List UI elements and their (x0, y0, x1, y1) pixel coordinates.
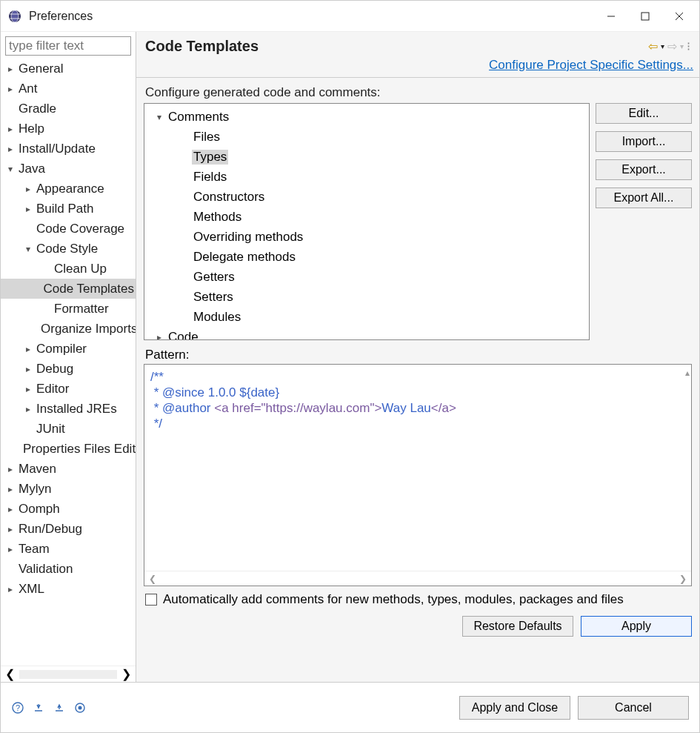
sidebar-item[interactable]: ▸XML (1, 579, 136, 599)
view-menu-icon[interactable]: ⁝ (687, 39, 690, 53)
close-button[interactable] (662, 1, 696, 31)
template-tree-item[interactable]: Getters (149, 267, 584, 287)
sidebar-item[interactable]: Gradle (1, 99, 136, 119)
chevron-right-icon[interactable]: ▸ (4, 544, 17, 554)
template-tree-item[interactable]: Overriding methods (149, 227, 584, 247)
chevron-right-icon[interactable]: ▸ (4, 84, 17, 94)
forward-icon[interactable]: ⇨ (667, 39, 677, 53)
sidebar-item[interactable]: Code Templates (1, 279, 136, 299)
edit-button[interactable]: Edit... (596, 103, 692, 124)
help-icon[interactable]: ? (11, 701, 24, 714)
chevron-right-icon[interactable]: ▸ (4, 64, 17, 74)
template-tree-item[interactable]: Constructors (149, 187, 584, 207)
chevron-right-icon[interactable]: ▸ (4, 484, 17, 494)
apply-and-close-button[interactable]: Apply and Close (459, 696, 570, 720)
sidebar-item[interactable]: ▸Maven (1, 459, 136, 479)
sidebar-item[interactable]: JUnit (1, 419, 136, 439)
scroll-right-icon[interactable]: ❯ (121, 667, 131, 681)
template-tree-item[interactable]: Files (149, 127, 584, 147)
chevron-right-icon[interactable]: ▸ (4, 144, 17, 154)
export-button[interactable]: Export... (596, 159, 692, 180)
chevron-right-icon[interactable]: ▸ (4, 504, 17, 514)
chevron-down-icon[interactable]: ▾ (4, 164, 17, 174)
sidebar-item[interactable]: ▸Help (1, 119, 136, 139)
sidebar-item-label: Team (17, 542, 51, 557)
preferences-tree[interactable]: ▸General▸AntGradle▸Help▸Install/Update▾J… (1, 59, 136, 666)
sidebar-item[interactable]: ▾Java (1, 159, 136, 179)
auto-comments-checkbox[interactable] (145, 594, 157, 606)
scroll-left-icon[interactable]: ❮ (149, 574, 156, 584)
restore-defaults-button[interactable]: Restore Defaults (462, 616, 573, 637)
sidebar-item[interactable]: ▸Ant (1, 79, 136, 99)
oomph-record-icon[interactable] (73, 701, 87, 714)
sidebar-item[interactable]: ▸Mylyn (1, 479, 136, 499)
template-tree-item[interactable]: Setters (149, 287, 584, 307)
scroll-left-icon[interactable]: ❮ (5, 667, 15, 681)
sidebar-item-label: Maven (17, 462, 58, 477)
sidebar-item[interactable]: Formatter (1, 299, 136, 319)
sidebar-item[interactable]: ▸Debug (1, 359, 136, 379)
chevron-right-icon[interactable]: ▸ (21, 344, 35, 354)
template-tree-item[interactable]: ▸Code (149, 327, 584, 340)
pattern-hscroll[interactable]: ❮❯ (144, 571, 691, 586)
cancel-button[interactable]: Cancel (578, 696, 689, 720)
sidebar-item[interactable]: ▸Install/Update (1, 139, 136, 159)
sidebar-item-label: Code Coverage (35, 222, 126, 236)
import-button[interactable]: Import... (596, 131, 692, 152)
sidebar-scrollbar[interactable]: ❮ ❯ (1, 666, 136, 682)
sidebar-item[interactable]: Organize Imports (1, 319, 136, 339)
svg-point-1 (11, 10, 19, 22)
sidebar-item[interactable]: ▸General (1, 59, 136, 79)
back-menu-icon[interactable]: ▾ (661, 42, 664, 50)
sidebar-item[interactable]: ▾Code Style (1, 239, 136, 259)
apply-button[interactable]: Apply (581, 616, 692, 637)
minimize-button[interactable] (594, 1, 628, 31)
pattern-text[interactable]: /** * @since 1.0.0 ${date} * @author <a … (144, 365, 691, 571)
chevron-right-icon[interactable]: ▸ (4, 584, 17, 594)
sidebar-item[interactable]: ▸Installed JREs (1, 399, 136, 419)
sidebar-item-label: Compiler (35, 342, 88, 356)
sidebar-item[interactable]: Validation (1, 559, 136, 579)
maximize-button[interactable] (628, 1, 662, 31)
template-tree-item[interactable]: Fields (149, 167, 584, 187)
sidebar-item[interactable]: ▸Team (1, 539, 136, 559)
chevron-right-icon[interactable]: ▸ (152, 332, 167, 341)
sidebar-item[interactable]: Code Coverage (1, 219, 136, 239)
filter-input[interactable] (5, 36, 131, 56)
export-prefs-icon[interactable] (53, 701, 66, 714)
chevron-right-icon[interactable]: ▸ (4, 524, 17, 534)
template-tree-item[interactable]: Modules (149, 307, 584, 327)
import-prefs-icon[interactable] (32, 701, 45, 714)
pattern-vscroll-up-icon[interactable]: ▴ (685, 368, 690, 378)
scroll-right-icon[interactable]: ❯ (679, 574, 687, 584)
sidebar-item[interactable]: ▸Oomph (1, 499, 136, 519)
chevron-down-icon[interactable]: ▾ (21, 244, 35, 254)
sidebar-item[interactable]: ▸Compiler (1, 339, 136, 359)
sidebar-item[interactable]: ▸Run/Debug (1, 519, 136, 539)
sidebar-item-label: Formatter (53, 302, 110, 316)
chevron-down-icon[interactable]: ▾ (152, 112, 167, 122)
sidebar-item[interactable]: ▸Editor (1, 379, 136, 399)
chevron-right-icon[interactable]: ▸ (21, 204, 35, 214)
template-tree-item[interactable]: Types (149, 147, 584, 167)
sidebar-item[interactable]: Clean Up (1, 259, 136, 279)
sidebar-item[interactable]: Properties Files Editor (1, 439, 136, 459)
chevron-right-icon[interactable]: ▸ (21, 364, 35, 374)
template-tree[interactable]: ▾CommentsFilesTypesFieldsConstructorsMet… (144, 103, 590, 340)
template-tree-item-label: Delegate methods (192, 250, 297, 265)
chevron-right-icon[interactable]: ▸ (21, 184, 35, 194)
export-all-button[interactable]: Export All... (596, 188, 692, 208)
back-icon[interactable]: ⇦ (648, 39, 658, 53)
template-tree-item[interactable]: Methods (149, 207, 584, 227)
sidebar-item[interactable]: ▸Build Path (1, 199, 136, 219)
chevron-right-icon[interactable]: ▸ (4, 464, 17, 474)
template-tree-item[interactable]: ▾Comments (149, 107, 584, 127)
project-settings-link[interactable]: Configure Project Specific Settings... (489, 58, 693, 72)
sidebar-item[interactable]: ▸Appearance (1, 179, 136, 199)
chevron-right-icon[interactable]: ▸ (21, 404, 35, 414)
chevron-right-icon[interactable]: ▸ (21, 384, 35, 394)
sidebar-item-label: Debug (35, 362, 75, 377)
chevron-right-icon[interactable]: ▸ (4, 124, 17, 134)
scroll-thumb[interactable] (19, 670, 117, 679)
template-tree-item[interactable]: Delegate methods (149, 247, 584, 267)
